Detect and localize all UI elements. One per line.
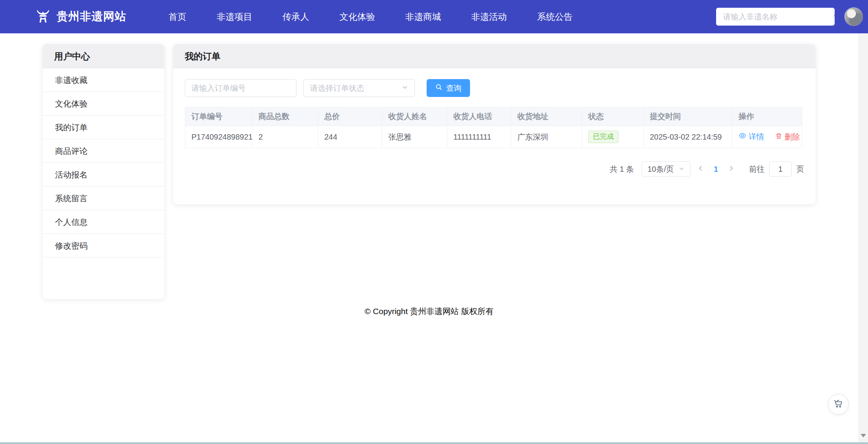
delete-link-label: 删除 <box>785 132 800 142</box>
sidebar-list: 非遗收藏 文化体验 我的订单 商品评论 活动报名 系统留言 个人信息 修改密码 <box>43 68 164 257</box>
status-badge: 已完成 <box>588 131 618 143</box>
page-number-1[interactable]: 1 <box>711 165 721 174</box>
pagination: 共 1 条 10条/页 1 <box>185 161 804 177</box>
chevron-down-icon <box>679 165 685 174</box>
table-header-row: 订单编号 商品总数 总价 收货人姓名 收货人电话 收货地址 状态 提交时间 操作 <box>185 107 802 126</box>
col-status: 状态 <box>582 107 644 126</box>
sidebar-item-cultural-experience[interactable]: 文化体验 <box>43 92 164 116</box>
cart-icon <box>834 399 844 410</box>
nav-item-cultural-experience[interactable]: 文化体验 <box>324 0 390 33</box>
cell-receiver-phone: 1111111111 <box>447 126 511 148</box>
query-button[interactable]: 查询 <box>427 79 470 97</box>
cell-submit-time: 2025-03-02 22:14:59 <box>644 126 732 148</box>
cell-receiver-name: 张思雅 <box>382 126 447 148</box>
order-no-input[interactable] <box>185 79 296 97</box>
col-address: 收货地址 <box>511 107 582 126</box>
col-submit-time: 提交时间 <box>644 107 732 126</box>
scroll-down-arrow-icon[interactable] <box>861 434 866 437</box>
table-row: P1740924898921 2 244 张思雅 1111111111 广东深圳… <box>185 126 802 148</box>
order-status-placeholder: 请选择订单状态 <box>310 83 364 93</box>
nav-item-home[interactable]: 首页 <box>153 0 202 33</box>
pagination-total: 共 1 条 <box>610 164 634 174</box>
cell-quantity: 2 <box>252 126 318 148</box>
navbar: 贵州非遗网站 首页 非遗项目 传承人 文化体验 非遗商城 非遗活动 系统公告 <box>0 0 868 33</box>
footer-copyright: © Copyright 贵州非遗网站 版权所有 <box>0 306 858 317</box>
sidebar-item-personal-info[interactable]: 个人信息 <box>43 210 164 234</box>
col-quantity: 商品总数 <box>252 107 318 126</box>
page-size-select[interactable]: 10条/页 <box>642 161 691 177</box>
chevron-down-icon <box>401 84 408 92</box>
cell-total-price: 244 <box>318 126 382 148</box>
sidebar-item-product-comments[interactable]: 商品评论 <box>43 139 164 163</box>
search-icon <box>833 12 835 22</box>
cell-order-no: P1740924898921 <box>185 126 252 148</box>
nav-search <box>716 8 835 26</box>
cart-fab-button[interactable] <box>828 394 849 415</box>
next-page-button[interactable] <box>721 165 741 174</box>
orders-table: 订单编号 商品总数 总价 收货人姓名 收货人电话 收货地址 状态 提交时间 操作… <box>185 107 802 148</box>
nav-item-heritage-projects[interactable]: 非遗项目 <box>202 0 267 33</box>
pagination-goto: 前往 页 <box>749 161 804 177</box>
nav-menu: 首页 非遗项目 传承人 文化体验 非遗商城 非遗活动 系统公告 <box>153 0 588 33</box>
bottom-scrollbar[interactable] <box>0 442 868 444</box>
query-button-label: 查询 <box>446 83 462 93</box>
eye-icon <box>739 132 746 142</box>
vertical-scrollbar[interactable] <box>858 33 868 442</box>
goto-suffix-label: 页 <box>796 164 804 174</box>
nav-item-inheritors[interactable]: 传承人 <box>267 0 324 33</box>
trash-icon <box>775 132 782 142</box>
chevron-left-icon <box>697 165 704 174</box>
orders-title: 我的订单 <box>173 44 816 68</box>
nav-search-input[interactable] <box>716 8 833 26</box>
nav-item-announcements[interactable]: 系统公告 <box>522 0 588 33</box>
goto-label: 前往 <box>749 164 765 174</box>
search-icon <box>435 83 443 93</box>
page-size-label: 10条/页 <box>648 164 674 174</box>
sidebar-item-change-password[interactable]: 修改密码 <box>43 234 164 257</box>
nav-item-heritage-mall[interactable]: 非遗商城 <box>390 0 456 33</box>
sidebar-item-system-messages[interactable]: 系统留言 <box>43 187 164 210</box>
col-order-no: 订单编号 <box>185 107 252 126</box>
prev-page-button[interactable] <box>691 165 711 174</box>
detail-link[interactable]: 详情 <box>739 131 764 142</box>
order-status-select[interactable]: 请选择订单状态 <box>303 79 415 97</box>
sidebar-item-my-orders[interactable]: 我的订单 <box>43 116 164 139</box>
col-operations: 操作 <box>732 107 802 126</box>
goto-page-input[interactable] <box>769 161 792 177</box>
sidebar-item-heritage-favorites[interactable]: 非遗收藏 <box>43 68 164 92</box>
sidebar-item-activity-registration[interactable]: 活动报名 <box>43 163 164 187</box>
brand-logo-icon <box>35 8 51 26</box>
detail-link-label: 详情 <box>749 131 764 142</box>
orders-body: 请选择订单状态 查询 <box>173 68 816 177</box>
user-center-title: 用户中心 <box>43 44 164 68</box>
nav-search-button[interactable] <box>833 8 835 26</box>
col-receiver-name: 收货人姓名 <box>382 107 447 126</box>
brand-title: 贵州非遗网站 <box>57 9 126 24</box>
nav-item-heritage-activities[interactable]: 非遗活动 <box>456 0 522 33</box>
user-center-card: 用户中心 非遗收藏 文化体验 我的订单 商品评论 活动报名 系统留言 个人信息 … <box>43 44 164 299</box>
cell-address: 广东深圳 <box>511 126 582 148</box>
orders-card: 我的订单 请选择订单状态 查询 <box>173 44 816 204</box>
user-avatar[interactable] <box>844 7 863 26</box>
col-total-price: 总价 <box>318 107 382 126</box>
filter-row: 请选择订单状态 查询 <box>185 79 804 97</box>
chevron-right-icon <box>728 165 735 174</box>
cell-operations: 详情 删除 <box>732 126 802 148</box>
col-receiver-phone: 收货人电话 <box>447 107 511 126</box>
brand[interactable]: 贵州非遗网站 <box>35 8 126 26</box>
cell-status: 已完成 <box>582 126 644 148</box>
delete-link[interactable]: 删除 <box>775 132 800 142</box>
page: 贵州非遗网站 首页 非遗项目 传承人 文化体验 非遗商城 非遗活动 系统公告 用 <box>0 0 868 444</box>
